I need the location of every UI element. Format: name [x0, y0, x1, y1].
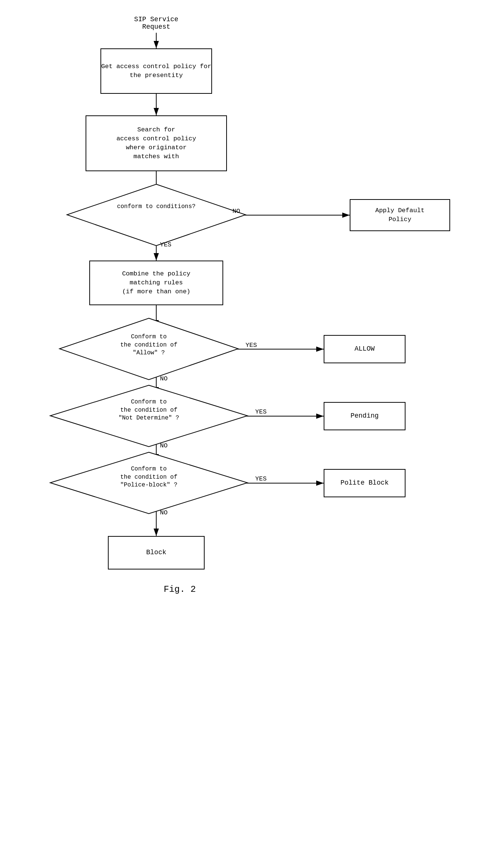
allow-box: ALLOW — [324, 335, 406, 363]
conform-allow-diamond: Conform tothe condition of"Allow" ? — [58, 316, 240, 382]
yes-label-2: YES — [246, 342, 257, 349]
block-box: Block — [108, 536, 205, 569]
combine-rules-box: Combine the policymatching rules(if more… — [89, 261, 223, 305]
flowchart-diagram: SIP Service Request Get access control p… — [0, 0, 484, 868]
no-label-1: NO — [233, 208, 240, 215]
yes-label-4: YES — [255, 475, 267, 482]
conform-not-determine-diamond: Conform tothe condition of"Not Determine… — [48, 383, 249, 449]
yes-label-1: YES — [160, 241, 172, 248]
figure-label: Fig. 2 — [164, 584, 196, 594]
get-policy-box: Get access control policy for the presen… — [100, 48, 212, 94]
no-label-4: NO — [160, 509, 167, 516]
polite-block-box: Polite Block — [324, 469, 406, 497]
conform-polite-block-diamond: Conform tothe condition of"Police-block"… — [48, 450, 249, 516]
yes-label-3: YES — [255, 408, 267, 415]
conform-conditions-diamond: conform to conditions? — [65, 182, 247, 248]
pending-box: Pending — [324, 402, 406, 430]
no-label-2: NO — [160, 375, 167, 382]
search-policy-box: Search foraccess control policywhere ori… — [86, 115, 227, 171]
sip-request-label: SIP Service Request — [123, 16, 190, 31]
no-label-3: NO — [160, 442, 167, 449]
apply-default-box: Apply DefaultPolicy — [350, 199, 450, 231]
